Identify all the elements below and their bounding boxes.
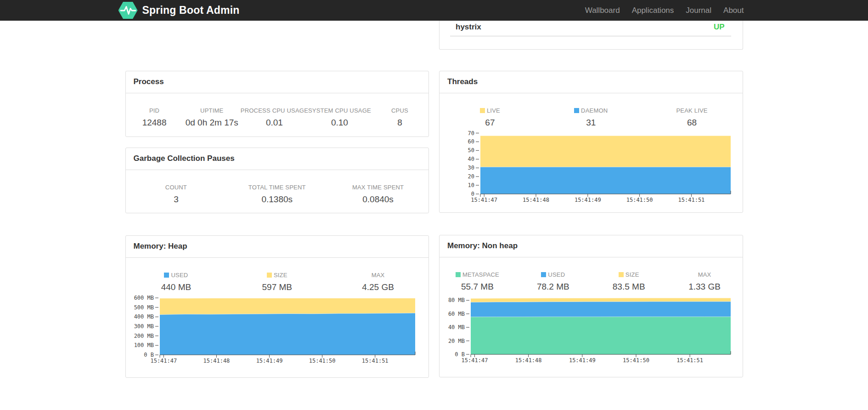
- stat-value: 0.01: [241, 118, 308, 128]
- stat-label-text: CPUS: [391, 107, 408, 114]
- right-column: hystrix UP Threads LIVE67DAEMON31PEAK LI…: [439, 21, 743, 378]
- application-row[interactable]: hystrix UP: [440, 21, 743, 32]
- stat-label: USED: [126, 271, 227, 279]
- status-badge: UP: [714, 23, 725, 32]
- application-name[interactable]: hystrix: [456, 23, 481, 32]
- svg-text:300 MB: 300 MB: [134, 323, 153, 330]
- svg-text:15:41:49: 15:41:49: [569, 357, 596, 364]
- legend-swatch-icon: [164, 273, 169, 278]
- stat-label-text: UPTIME: [200, 107, 223, 114]
- threads-stats: LIVE67DAEMON31PEAK LIVE68: [440, 93, 743, 128]
- stat-label-text: USED: [548, 271, 565, 278]
- stat-column: TOTAL TIME SPENT0.1380s: [226, 183, 327, 205]
- row-divider: [450, 36, 731, 36]
- svg-text:15:41:50: 15:41:50: [626, 197, 653, 203]
- stat-label-text: SYSTEM CPU USAGE: [308, 107, 371, 114]
- stat-column: UPTIME0d 0h 2m 17s: [183, 106, 241, 128]
- stat-value: 31: [541, 118, 642, 128]
- nav-link-wallboard[interactable]: Wallboard: [579, 0, 626, 21]
- stat-label: UPTIME: [183, 106, 241, 114]
- stat-value: 0.1380s: [226, 194, 327, 205]
- application-status-card: hystrix UP: [439, 21, 743, 50]
- svg-text:15:41:50: 15:41:50: [623, 357, 649, 364]
- memory-nonheap-card: Memory: Non heap METASPACE55.7 MBUSED78.…: [439, 235, 743, 377]
- stat-column: PID12488: [126, 106, 183, 128]
- stat-value: 68: [642, 118, 743, 128]
- svg-text:15:41:47: 15:41:47: [462, 357, 488, 364]
- stat-label-text: PEAK LIVE: [676, 107, 707, 114]
- svg-text:15:41:48: 15:41:48: [515, 357, 542, 364]
- memory-heap-chart: 0 B100 MB200 MB300 MB400 MB500 MB600 MB1…: [126, 295, 428, 368]
- svg-text:200 MB: 200 MB: [134, 333, 153, 339]
- svg-text:15:41:49: 15:41:49: [256, 358, 282, 364]
- stat-label: SIZE: [226, 271, 327, 279]
- memory-nonheap-chart: 0 B20 MB40 MB60 MB80 MB15:41:4715:41:481…: [440, 294, 742, 368]
- main-content: Process PID12488UPTIME0d 0h 2m 17sPROCES…: [118, 21, 750, 378]
- stat-column: CPUS8: [371, 106, 428, 128]
- stat-column: PEAK LIVE68: [642, 106, 743, 128]
- stat-column: SIZE83.5 MB: [591, 270, 667, 292]
- stat-label: MAX: [667, 270, 743, 279]
- stat-value: 83.5 MB: [591, 282, 667, 292]
- stat-label: CPUS: [371, 106, 428, 114]
- stat-value: 1.33 GB: [667, 282, 743, 292]
- svg-text:15:41:50: 15:41:50: [309, 358, 335, 364]
- brand[interactable]: Spring Boot Admin: [118, 2, 240, 19]
- stat-value: 0.10: [308, 118, 371, 128]
- svg-text:15:41:49: 15:41:49: [575, 197, 601, 203]
- threads-chart: 01020304050607015:41:4715:41:4815:41:491…: [440, 129, 742, 209]
- stat-column: SIZE597 MB: [226, 271, 327, 292]
- stat-label: COUNT: [126, 183, 227, 191]
- pulse-icon: [118, 2, 138, 19]
- svg-text:10: 10: [468, 182, 474, 188]
- navbar-container: Spring Boot Admin WallboardApplicationsJ…: [118, 0, 750, 21]
- nav-link-applications[interactable]: Applications: [626, 0, 680, 21]
- svg-text:20: 20: [468, 173, 474, 180]
- stat-label-text: PID: [149, 107, 159, 114]
- stat-column: USED78.2 MB: [515, 270, 591, 292]
- stat-column: USED440 MB: [126, 271, 227, 292]
- memory-heap-card-title: Memory: Heap: [126, 236, 429, 258]
- svg-text:60: 60: [468, 138, 474, 145]
- memory-heap-card: Memory: Heap USED440 MBSIZE597 MBMAX4.25…: [125, 235, 429, 378]
- stat-label: DAEMON: [541, 106, 642, 114]
- legend-swatch-icon: [480, 108, 485, 113]
- stat-label: PID: [126, 106, 183, 114]
- stat-value: 440 MB: [126, 282, 227, 292]
- spring-boot-admin-logo-icon: [118, 2, 138, 19]
- svg-text:15:41:51: 15:41:51: [361, 358, 388, 364]
- stat-label-text: SIZE: [626, 271, 639, 278]
- nav-link-journal[interactable]: Journal: [680, 0, 717, 21]
- stat-label: MAX: [327, 271, 428, 279]
- legend-swatch-icon: [574, 108, 579, 113]
- stat-label: MAX TIME SPENT: [327, 183, 428, 191]
- svg-text:15:41:48: 15:41:48: [203, 358, 230, 364]
- gc-pauses-card: Garbage Collection Pauses COUNT3TOTAL TI…: [125, 148, 429, 213]
- stat-label-text: COUNT: [165, 184, 187, 191]
- svg-text:50: 50: [468, 147, 474, 154]
- svg-text:500 MB: 500 MB: [134, 304, 153, 311]
- stat-value: 597 MB: [226, 282, 327, 292]
- memory-heap-stats: USED440 MBSIZE597 MBMAX4.25 GB: [126, 258, 429, 292]
- stat-value: 3: [126, 194, 227, 205]
- svg-text:70: 70: [468, 130, 474, 137]
- stat-value: 55.7 MB: [440, 282, 515, 292]
- stat-label: LIVE: [440, 106, 541, 114]
- svg-text:0 B: 0 B: [455, 351, 465, 358]
- svg-text:30: 30: [468, 165, 474, 171]
- threads-card: Threads LIVE67DAEMON31PEAK LIVE68 010203…: [439, 71, 743, 213]
- stat-value: 67: [440, 118, 541, 128]
- nav-link-about[interactable]: About: [717, 0, 750, 21]
- stat-label-text: DAEMON: [581, 107, 608, 114]
- svg-text:15:41:51: 15:41:51: [678, 197, 705, 203]
- stat-label: TOTAL TIME SPENT: [226, 183, 327, 191]
- stat-value: 4.25 GB: [327, 282, 428, 292]
- stat-label-text: MAX TIME SPENT: [352, 184, 404, 191]
- top-navbar: Spring Boot Admin WallboardApplicationsJ…: [0, 0, 868, 21]
- stat-column: MAX TIME SPENT0.0840s: [327, 183, 428, 205]
- svg-text:400 MB: 400 MB: [134, 313, 153, 320]
- stat-label: METASPACE: [440, 270, 515, 279]
- stat-column: SYSTEM CPU USAGE0.10: [308, 106, 371, 128]
- stat-label-text: PROCESS CPU USAGE: [241, 107, 308, 114]
- svg-text:15:41:47: 15:41:47: [150, 358, 177, 364]
